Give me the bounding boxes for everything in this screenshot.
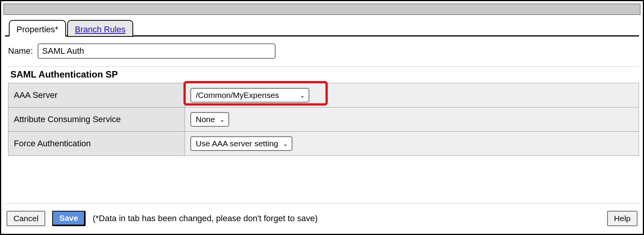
divider — [8, 66, 639, 67]
select-aaa-server[interactable]: /Common/MyExpenses ⌄ — [190, 88, 309, 103]
row-attr-consuming: Attribute Consuming Service None ⌄ — [8, 108, 639, 132]
select-attr-consuming[interactable]: None ⌄ — [190, 112, 229, 127]
name-label: Name: — [8, 46, 33, 56]
cell-attr-consuming: None ⌄ — [185, 108, 639, 132]
select-attr-consuming-value: None — [196, 115, 215, 124]
select-aaa-server-value: /Common/MyExpenses — [196, 91, 279, 100]
save-button[interactable]: Save — [52, 211, 86, 226]
tab-properties-label: Properties* — [17, 25, 58, 35]
chevron-down-icon: ⌄ — [300, 92, 305, 99]
chevron-down-icon: ⌄ — [283, 140, 288, 147]
chevron-down-icon: ⌄ — [220, 116, 225, 123]
name-input[interactable] — [38, 43, 276, 59]
settings-table: AAA Server /Common/MyExpenses ⌄ Attribut… — [8, 83, 639, 156]
dialog-window: Properties* Branch Rules Name: SAML Auth… — [0, 0, 644, 235]
title-bar — [3, 3, 641, 15]
label-attr-consuming: Attribute Consuming Service — [8, 108, 185, 132]
name-row: Name: — [8, 43, 639, 59]
cell-aaa-server: /Common/MyExpenses ⌄ — [185, 83, 639, 108]
tab-row: Properties* Branch Rules — [1, 18, 643, 36]
label-aaa-server: AAA Server — [8, 83, 185, 108]
tab-properties[interactable]: Properties* — [9, 20, 66, 37]
select-force-auth-value: Use AAA server setting — [196, 139, 278, 148]
select-force-auth[interactable]: Use AAA server setting ⌄ — [190, 136, 292, 151]
row-aaa-server: AAA Server /Common/MyExpenses ⌄ — [8, 83, 639, 108]
tab-branch-rules-label[interactable]: Branch Rules — [75, 25, 125, 35]
tab-branch-rules[interactable]: Branch Rules — [67, 20, 133, 37]
label-force-auth: Force Authentication — [8, 132, 185, 156]
footer-divider — [5, 204, 639, 204]
section-title: SAML Authentication SP — [10, 69, 639, 80]
unsaved-note: (*Data in tab has been changed, please d… — [92, 213, 600, 223]
footer: Cancel Save (*Data in tab has been chang… — [1, 205, 643, 234]
tab-content: Name: SAML Authentication SP AAA Server … — [1, 36, 643, 156]
help-button[interactable]: Help — [607, 211, 637, 226]
cancel-button[interactable]: Cancel — [7, 211, 45, 226]
row-force-auth: Force Authentication Use AAA server sett… — [8, 132, 639, 156]
cell-force-auth: Use AAA server setting ⌄ — [185, 132, 639, 156]
